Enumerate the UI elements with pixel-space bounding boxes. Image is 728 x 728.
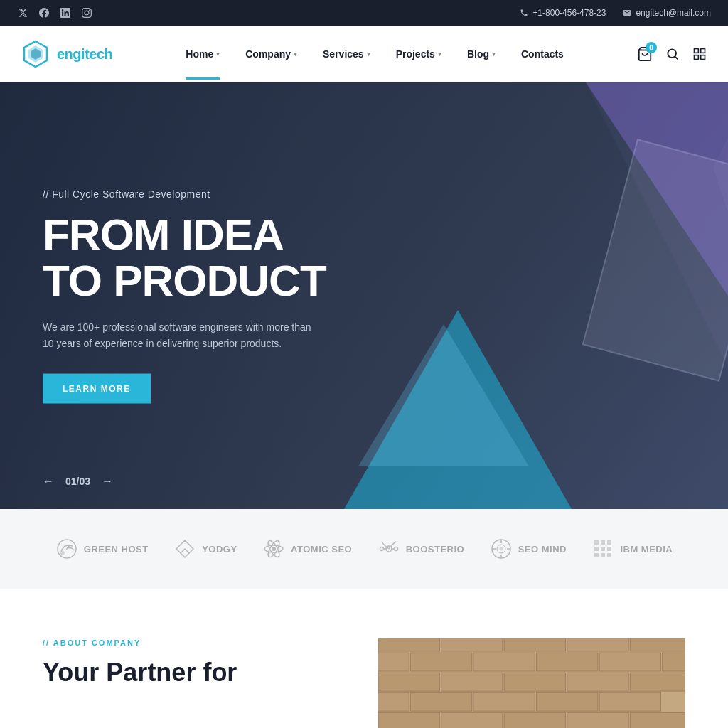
contact-info: +1-800-456-478-23 engitech@mail.com [520, 8, 711, 18]
svg-point-4 [668, 49, 676, 58]
svg-rect-27 [601, 547, 605, 551]
svg-point-22 [499, 547, 503, 551]
header-actions: 0 [637, 46, 707, 62]
about-section: // ABOUT COMPANY Your Partner for [0, 589, 728, 728]
svg-rect-36 [567, 638, 628, 651]
grid-button[interactable] [692, 47, 707, 61]
svg-rect-37 [630, 638, 685, 651]
svg-rect-31 [607, 553, 611, 557]
boosterio-icon [378, 537, 400, 560]
prev-slide-button[interactable]: ← [43, 475, 54, 488]
about-title: Your Partner for [43, 657, 350, 687]
svg-rect-45 [441, 673, 503, 691]
svg-rect-23 [594, 540, 599, 545]
svg-rect-52 [536, 692, 597, 711]
svg-rect-7 [701, 49, 705, 53]
svg-rect-6 [694, 49, 698, 53]
svg-rect-56 [504, 712, 565, 728]
svg-rect-46 [504, 673, 565, 691]
hero-section: // Full Cycle Software Development FROM … [0, 82, 728, 509]
partner-atomicseo: Atomic SEO [262, 537, 352, 560]
svg-rect-44 [378, 673, 439, 691]
twitter-icon [17, 7, 28, 18]
hero-content: // Full Cycle Software Development FROM … [43, 188, 326, 404]
search-button[interactable] [665, 47, 680, 61]
hero-description: We are 100+ professional software engine… [43, 319, 313, 351]
about-image-placeholder [378, 638, 685, 728]
slide-number: 01/03 [65, 476, 90, 487]
nav-services[interactable]: Services ▾ [313, 43, 380, 65]
hero-triangle-light-blue [358, 324, 529, 466]
svg-rect-41 [536, 653, 597, 671]
yodgy-name: Yodgy [202, 544, 237, 555]
linkedin-icon [60, 7, 71, 18]
svg-rect-51 [473, 692, 535, 711]
nav-projects[interactable]: Projects ▾ [386, 43, 451, 65]
atomicseo-name: Atomic SEO [291, 544, 352, 555]
hero-cta-button[interactable]: LEARN MORE [43, 373, 151, 403]
linkedin-link[interactable] [60, 7, 71, 18]
svg-rect-35 [504, 638, 565, 651]
nav-company[interactable]: Company ▾ [235, 43, 307, 65]
svg-rect-30 [601, 553, 605, 557]
services-dropdown-arrow: ▾ [367, 50, 370, 58]
svg-rect-50 [410, 692, 471, 711]
ibmmedia-icon [592, 537, 614, 560]
partner-greenhost: GREEN HOST [55, 537, 149, 560]
about-grid: // ABOUT COMPANY Your Partner for [43, 638, 685, 728]
seomind-icon [490, 537, 513, 560]
svg-rect-29 [594, 553, 599, 557]
svg-point-19 [380, 547, 383, 551]
greenhost-name: GREEN HOST [84, 544, 149, 555]
about-label: // ABOUT COMPANY [43, 638, 350, 647]
next-slide-button[interactable]: → [102, 475, 113, 488]
site-header: engitech Home ▾ Company ▾ Services ▾ Pro… [0, 26, 728, 82]
cart-badge: 0 [646, 42, 657, 53]
instagram-link[interactable] [81, 7, 92, 18]
about-image [378, 638, 685, 728]
svg-rect-47 [567, 673, 628, 691]
partners-section: GREEN HOST Yodgy Atomic SEO [0, 509, 728, 589]
svg-rect-25 [607, 540, 611, 545]
svg-rect-39 [410, 653, 471, 671]
instagram-icon [81, 7, 92, 18]
svg-point-14 [272, 547, 276, 551]
main-nav: Home ▾ Company ▾ Services ▾ Projects ▾ B… [176, 43, 574, 65]
svg-rect-34 [441, 638, 503, 651]
svg-rect-38 [378, 653, 409, 671]
cart-button[interactable]: 0 [637, 46, 653, 62]
svg-point-13 [60, 551, 65, 555]
logo[interactable]: engitech [21, 40, 112, 68]
logo-icon [21, 40, 50, 68]
svg-line-5 [675, 57, 678, 60]
facebook-icon [38, 7, 50, 18]
nav-contacts[interactable]: Contacts [511, 43, 574, 65]
logo-text: engitech [57, 46, 112, 63]
nav-blog[interactable]: Blog ▾ [457, 43, 505, 65]
partner-ibmmedia: IBM Media [592, 537, 673, 560]
svg-rect-57 [567, 712, 628, 728]
svg-rect-8 [694, 55, 698, 60]
hero-slide-counter: ← 01/03 → [43, 475, 113, 488]
company-dropdown-arrow: ▾ [294, 50, 297, 58]
partner-seomind: SEO Mind [490, 537, 567, 560]
ibmmedia-name: IBM Media [620, 544, 673, 555]
svg-rect-48 [630, 673, 685, 691]
svg-marker-10 [586, 82, 728, 367]
hero-subtitle: // Full Cycle Software Development [43, 188, 326, 200]
facebook-link[interactable] [38, 7, 50, 18]
boosterio-name: Boosterio [406, 544, 465, 555]
svg-rect-58 [630, 712, 685, 728]
svg-rect-24 [601, 540, 605, 545]
svg-point-20 [394, 547, 397, 551]
twitter-link[interactable] [17, 7, 28, 18]
partner-boosterio: Boosterio [378, 537, 465, 560]
nav-home[interactable]: Home ▾ [176, 43, 230, 65]
svg-rect-9 [701, 55, 705, 60]
atomicseo-icon [262, 537, 285, 560]
email-info: engitech@mail.com [623, 8, 711, 18]
hero-title: FROM IDEA TO PRODUCT [43, 211, 326, 304]
phone-info: +1-800-456-478-23 [520, 8, 606, 18]
svg-rect-40 [473, 653, 535, 671]
about-text: // ABOUT COMPANY Your Partner for [43, 638, 350, 687]
